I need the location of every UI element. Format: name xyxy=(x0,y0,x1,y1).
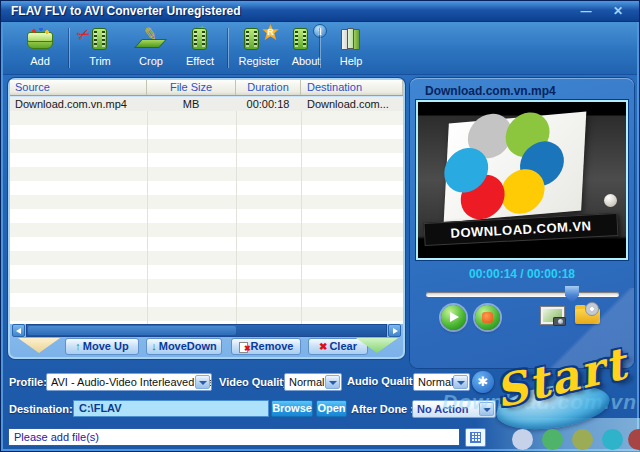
watermark-dot xyxy=(512,429,533,450)
cell-destination: Download.com... xyxy=(301,97,403,111)
open-button[interactable]: Open xyxy=(316,400,347,417)
playback-time: 00:00:14 / 00:00:18 xyxy=(410,267,634,281)
toolbar-separator xyxy=(227,28,228,68)
list-action-bar: ↑Move Up ↓MoveDown Remove ✖Clear xyxy=(10,337,403,357)
watermark-dot xyxy=(542,429,563,450)
preview-file-title: Download.com.vn.mp4 xyxy=(425,84,556,98)
after-done-label: After Done : xyxy=(351,403,414,415)
chevron-down-icon[interactable] xyxy=(195,375,210,389)
left-chevron-decoration xyxy=(18,338,60,353)
chevron-down-icon[interactable] xyxy=(325,375,340,389)
start-button[interactable]: Start xyxy=(488,360,640,436)
toolbar-crop-button[interactable]: Crop xyxy=(126,26,176,67)
preview-panel: Download.com.vn.mp4 DOWNLOAD.COM.VN 00:0… xyxy=(410,78,634,368)
audio-quality-select[interactable]: Normal xyxy=(413,373,470,391)
help-icon xyxy=(326,26,376,53)
toolbar: Add Trim Crop Effect Register About xyxy=(3,22,637,75)
snapshot-icon[interactable] xyxy=(541,307,564,324)
register-icon xyxy=(234,26,284,53)
profile-value: AVI - Audio-Video Interleaved (*.avi) xyxy=(51,376,212,388)
crop-icon xyxy=(126,26,176,53)
seek-slider[interactable] xyxy=(426,292,619,297)
column-header-destination[interactable]: Destination xyxy=(301,80,403,95)
move-up-button[interactable]: ↑Move Up xyxy=(65,338,139,355)
table-row[interactable]: Download.com.vn.mp4 MB 00:00:18 Download… xyxy=(10,97,403,111)
status-message-field: Please add file(s) xyxy=(8,428,460,446)
toolbar-about-label: About xyxy=(292,55,321,67)
output-folder-icon[interactable] xyxy=(575,308,600,324)
toolbar-about-button[interactable]: About xyxy=(281,26,331,67)
remove-button[interactable]: Remove xyxy=(231,338,301,355)
toolbar-separator xyxy=(68,28,69,68)
video-quality-label: Video Quality: xyxy=(219,376,293,388)
toolbar-crop-label: Crop xyxy=(139,55,163,67)
about-icon xyxy=(281,26,331,53)
toolbar-register-label: Register xyxy=(239,55,280,67)
window-title: FLAV FLV to AVI Converter Unregistered xyxy=(11,4,241,18)
minimize-button[interactable]: — xyxy=(577,4,595,19)
toolbar-add-button[interactable]: Add xyxy=(15,26,65,67)
profile-select[interactable]: AVI - Audio-Video Interleaved (*.avi) xyxy=(46,373,212,391)
trim-icon xyxy=(75,26,125,53)
file-list[interactable]: Download.com.vn.mp4 MB 00:00:18 Download… xyxy=(10,97,403,324)
toolbar-trim-label: Trim xyxy=(89,55,111,67)
clear-button[interactable]: ✖Clear xyxy=(308,338,368,355)
video-viewport[interactable]: DOWNLOAD.COM.VN xyxy=(416,100,628,260)
add-icon xyxy=(15,26,65,53)
video-quality-value: Normal xyxy=(289,376,324,388)
profile-label: Profile: xyxy=(9,376,47,388)
cell-source: Download.com.vn.mp4 xyxy=(10,97,147,111)
toolbar-help-label: Help xyxy=(340,55,363,67)
move-down-label: MoveDown xyxy=(159,340,217,352)
audio-quality-value: Normal xyxy=(418,376,453,388)
title-bar: FLAV FLV to AVI Converter Unregistered —… xyxy=(1,1,639,22)
close-button[interactable]: ✕ xyxy=(609,4,627,19)
toolbar-separator xyxy=(319,28,320,68)
column-header-duration[interactable]: Duration xyxy=(236,80,301,95)
move-up-label: Move Up xyxy=(83,340,129,352)
toolbar-trim-button[interactable]: Trim xyxy=(75,26,125,67)
toolbar-help-button[interactable]: Help xyxy=(326,26,376,67)
scrollbar-thumb[interactable] xyxy=(28,326,236,335)
column-divider xyxy=(301,97,302,324)
column-divider xyxy=(236,97,237,324)
remove-label: Remove xyxy=(251,340,294,352)
app-window: FLAV FLV to AVI Converter Unregistered —… xyxy=(0,0,640,452)
toolbar-effect-button[interactable]: Effect xyxy=(175,26,225,67)
scroll-right-icon[interactable] xyxy=(388,324,401,337)
column-header-filesize[interactable]: File Size xyxy=(147,80,236,95)
toolbar-register-button[interactable]: Register xyxy=(234,26,284,67)
toolbar-effect-label: Effect xyxy=(186,55,214,67)
watermark-dot xyxy=(572,429,593,450)
destination-field[interactable]: C:\FLAV xyxy=(73,400,269,417)
logo-circle-yellow xyxy=(500,167,546,215)
scrollbar-track[interactable] xyxy=(26,324,387,337)
scroll-left-icon[interactable] xyxy=(12,324,25,337)
video-logo-card xyxy=(444,112,587,223)
browse-button[interactable]: Browse xyxy=(271,400,313,417)
column-divider xyxy=(147,97,148,324)
stop-button[interactable] xyxy=(475,305,500,330)
clear-x-icon: ✖ xyxy=(319,339,327,354)
up-arrow-icon: ↑ xyxy=(75,339,81,354)
table-header: Source File Size Duration Destination xyxy=(10,80,403,96)
cell-filesize: MB xyxy=(147,97,236,111)
remove-file-icon xyxy=(239,342,248,353)
effect-icon xyxy=(175,26,225,53)
video-ball-decoration xyxy=(604,194,617,207)
toolbar-add-label: Add xyxy=(30,55,50,67)
horizontal-scrollbar[interactable] xyxy=(12,324,401,337)
slider-thumb[interactable] xyxy=(565,286,579,303)
file-list-panel: Source File Size Duration Destination Do… xyxy=(8,78,405,359)
down-arrow-icon: ↓ xyxy=(151,339,157,354)
column-header-source[interactable]: Source xyxy=(10,80,147,95)
destination-label: Destination: xyxy=(9,403,73,415)
chevron-down-icon[interactable] xyxy=(453,375,468,389)
play-button[interactable] xyxy=(441,305,466,330)
cell-duration: 00:00:18 xyxy=(236,97,301,111)
video-quality-select[interactable]: Normal xyxy=(284,373,342,391)
audio-quality-label: Audio Quality: xyxy=(347,375,422,387)
transport-controls xyxy=(410,305,634,335)
move-down-button[interactable]: ↓MoveDown xyxy=(146,338,222,355)
clear-label: Clear xyxy=(329,340,357,352)
